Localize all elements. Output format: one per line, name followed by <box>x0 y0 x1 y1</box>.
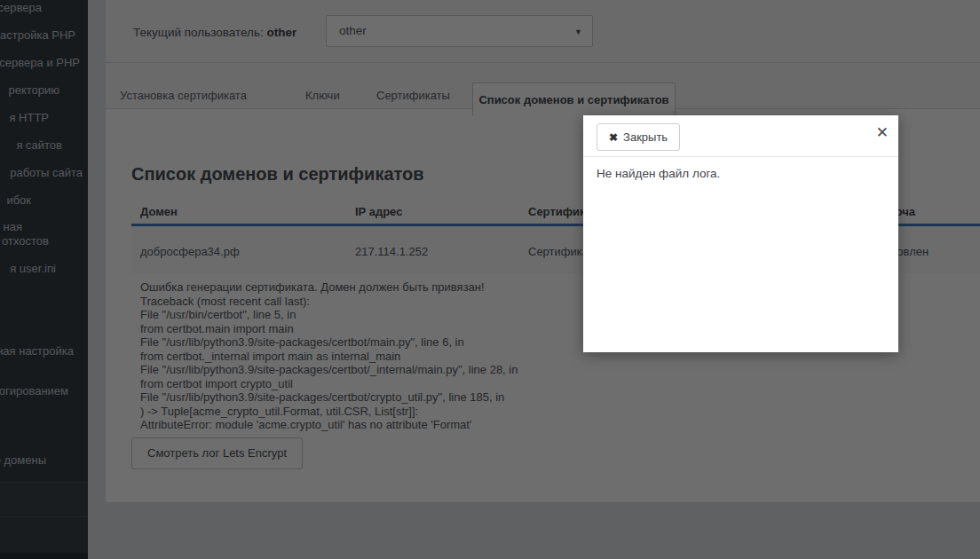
modal-close-button-label: Закрыть <box>623 130 668 144</box>
modal-body-text: Не найден файл лога. <box>583 157 898 190</box>
modal-header: ✖Закрыть ✕ <box>583 115 898 157</box>
corner-close-icon[interactable]: ✕ <box>876 125 889 140</box>
modal-close-button[interactable]: ✖Закрыть <box>597 123 680 151</box>
log-modal: ✖Закрыть ✕ Не найден файл лога. <box>583 115 898 352</box>
app-window: бсервера астройка PHP сервера и PHP рект… <box>0 0 980 559</box>
close-icon: ✖ <box>609 131 618 144</box>
